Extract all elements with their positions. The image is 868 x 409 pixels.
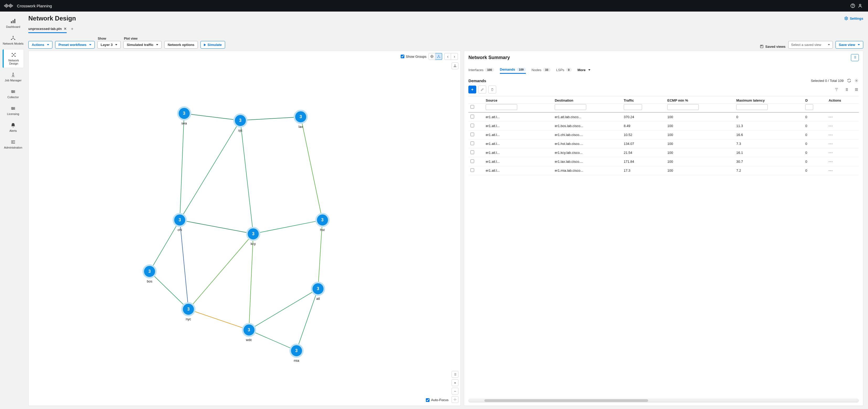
filter-traffic[interactable] bbox=[624, 104, 642, 110]
row-actions-icon[interactable]: ··· bbox=[829, 133, 833, 137]
recenter-button[interactable] bbox=[452, 396, 458, 403]
sidebar-item-label: Network Design bbox=[5, 59, 23, 65]
col-traffic[interactable]: Traffic bbox=[622, 96, 665, 104]
edit-demand-button[interactable] bbox=[478, 86, 486, 93]
user-icon[interactable] bbox=[857, 2, 864, 9]
filter-destination[interactable] bbox=[555, 104, 586, 110]
auto-focus-checkbox[interactable]: Auto-Focus bbox=[426, 398, 448, 402]
show-dropdown[interactable]: Layer 3 bbox=[97, 41, 121, 49]
filter-icon[interactable] bbox=[834, 87, 839, 92]
delete-demand-button[interactable] bbox=[488, 86, 496, 93]
row-actions-icon[interactable]: ··· bbox=[829, 124, 833, 128]
row-checkbox[interactable] bbox=[470, 115, 474, 118]
sidebar-item-alerts[interactable]: Alerts bbox=[0, 120, 25, 135]
node-sjc[interactable]: 3 bbox=[233, 113, 247, 127]
add-tab-button[interactable] bbox=[69, 26, 75, 33]
horizontal-scrollbar[interactable] bbox=[468, 399, 859, 403]
tab-lsps[interactable]: LSPs0 bbox=[556, 66, 572, 74]
network-options-button[interactable]: Network options bbox=[164, 41, 198, 49]
node-nyc[interactable]: 3 bbox=[181, 302, 195, 316]
node-mia[interactable]: 3 bbox=[289, 344, 304, 358]
help-icon[interactable] bbox=[849, 2, 857, 9]
tab-more[interactable]: More bbox=[578, 66, 590, 74]
filter-d[interactable] bbox=[805, 104, 813, 110]
cell-traffic: 171.84 bbox=[622, 157, 665, 166]
filter-latency[interactable] bbox=[736, 104, 768, 110]
sidebar-item-collector[interactable]: Collector bbox=[0, 86, 25, 101]
settings-link[interactable]: Settings bbox=[844, 16, 863, 21]
view-topology-button[interactable] bbox=[435, 53, 442, 60]
node-bos[interactable]: 3 bbox=[143, 264, 157, 279]
show-groups-checkbox[interactable]: Show Groups bbox=[401, 55, 427, 59]
col-d[interactable]: D bbox=[803, 96, 827, 104]
cisco-logo-icon bbox=[4, 3, 14, 8]
row-checkbox[interactable] bbox=[470, 133, 474, 136]
legend-button[interactable] bbox=[452, 371, 458, 378]
node-sea[interactable]: 3 bbox=[177, 106, 191, 120]
node-chi[interactable]: 3 bbox=[173, 213, 187, 227]
sidebar-item-job-manager[interactable]: Job Manager bbox=[0, 69, 25, 85]
filter-source[interactable] bbox=[486, 104, 517, 110]
preset-workflows-dropdown[interactable]: Preset workflows bbox=[55, 41, 95, 49]
list-icon bbox=[853, 55, 857, 59]
table-row[interactable]: er1.atl.l...er1.atl.lab.cisco...370.2410… bbox=[468, 112, 859, 121]
sidebar-item-dashboard[interactable]: Dashboard bbox=[0, 16, 25, 31]
file-tab[interactable]: unprocessed-lab.pln ✕ bbox=[28, 25, 67, 33]
col-destination[interactable]: Destination bbox=[553, 96, 622, 104]
row-actions-icon[interactable]: ··· bbox=[829, 142, 833, 146]
col-latency[interactable]: Maximum latency bbox=[734, 96, 803, 104]
svg-line-44 bbox=[180, 113, 184, 220]
summary-list-toggle[interactable] bbox=[851, 54, 859, 61]
save-view-button[interactable]: Save view bbox=[835, 41, 863, 49]
cell-latency: 7.2 bbox=[734, 166, 803, 175]
node-atl[interactable]: 3 bbox=[311, 282, 325, 296]
col-ecmp[interactable]: ECMP min % bbox=[665, 96, 734, 104]
table-row[interactable]: er1.atl.l...er1.kcy.lab.cisco...21.54100… bbox=[468, 148, 859, 157]
row-checkbox[interactable] bbox=[470, 124, 474, 127]
node-hst[interactable]: 3 bbox=[315, 213, 330, 227]
svg-rect-14 bbox=[14, 20, 16, 23]
sidebar-item-licensing[interactable]: Licensing bbox=[0, 103, 25, 118]
row-checkbox[interactable] bbox=[470, 159, 474, 163]
table-row[interactable]: er1.atl.l...er1.mia.lab.cisco...17.31007… bbox=[468, 166, 859, 175]
row-actions-icon[interactable]: ··· bbox=[829, 151, 833, 155]
row-actions-icon[interactable]: ··· bbox=[829, 115, 833, 119]
node-lax[interactable]: 3 bbox=[293, 110, 308, 124]
close-tab-icon[interactable]: ✕ bbox=[64, 27, 67, 31]
table-row[interactable]: er1.atl.l...er1.bos.lab.cisco...8.491001… bbox=[468, 121, 859, 130]
node-kcy[interactable]: 3 bbox=[246, 227, 260, 241]
refresh-icon[interactable] bbox=[847, 78, 851, 83]
col-source[interactable]: Source bbox=[484, 96, 553, 104]
plot-view-dropdown[interactable]: Simulated traffic bbox=[123, 41, 162, 49]
sidebar-item-network-design[interactable]: Network Design bbox=[3, 49, 24, 68]
tab-interfaces[interactable]: Interfaces100 bbox=[468, 66, 494, 74]
row-checkbox[interactable] bbox=[470, 168, 474, 172]
row-actions-icon[interactable]: ··· bbox=[829, 169, 833, 173]
select-all-checkbox[interactable] bbox=[470, 105, 474, 109]
table-row[interactable]: er1.atl.l...er1.chi.lab.cisco....10.5210… bbox=[468, 130, 859, 139]
list-view-icon[interactable] bbox=[844, 87, 849, 92]
sidebar-item-network-models[interactable]: Network Models bbox=[0, 33, 25, 48]
view-globe-button[interactable] bbox=[429, 53, 435, 60]
table-row[interactable]: er1.atl.l...er1.hst.lab.cisco....134.071… bbox=[468, 139, 859, 148]
zoom-out-button[interactable]: − bbox=[452, 388, 458, 395]
topology-canvas[interactable]: 3sea3sjc3lax3chi3kcy3hst3bos3nyc3wdc3atl… bbox=[29, 62, 461, 406]
row-actions-icon[interactable]: ··· bbox=[829, 159, 833, 164]
sidebar-item-administration[interactable]: Administration bbox=[0, 137, 25, 152]
nav-prev-button[interactable]: ‹ bbox=[444, 53, 451, 60]
table-settings-icon[interactable] bbox=[854, 78, 859, 83]
row-checkbox[interactable] bbox=[470, 142, 474, 145]
node-wdc[interactable]: 3 bbox=[242, 323, 256, 337]
table-row[interactable]: er1.atl.l...er1.lax.lab.cisco....171.841… bbox=[468, 157, 859, 166]
tab-demands[interactable]: Demands109 bbox=[500, 66, 526, 74]
menu-icon[interactable] bbox=[854, 87, 859, 92]
add-demand-button[interactable] bbox=[468, 86, 476, 93]
zoom-in-button[interactable]: + bbox=[452, 379, 458, 386]
saved-view-select[interactable]: Select a saved view bbox=[788, 41, 833, 49]
actions-dropdown[interactable]: Actions bbox=[28, 41, 53, 49]
tab-nodes[interactable]: Nodes33 bbox=[532, 66, 551, 74]
filter-ecmp[interactable] bbox=[667, 104, 699, 110]
row-checkbox[interactable] bbox=[470, 150, 474, 154]
nav-next-button[interactable]: › bbox=[451, 53, 458, 60]
simulate-button[interactable]: Simulate bbox=[200, 41, 225, 49]
